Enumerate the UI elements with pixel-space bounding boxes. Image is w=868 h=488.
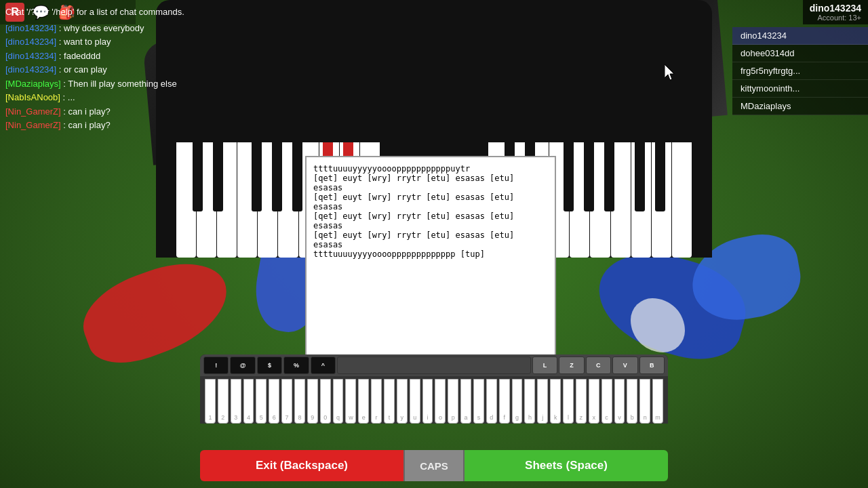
chat-name: [dino143234] [5, 64, 56, 75]
white-key-j[interactable]: j [537, 379, 548, 424]
white-keys: 1 2 3 4 5 6 7 8 9 0 q w e r t y u i o p … [203, 376, 665, 424]
sheet-line: ttttuuuuyyyyooooppppppppppppp [tup] [313, 249, 548, 259]
chat-hint: Chat '/?'' or '/help' for a list of chat… [5, 5, 334, 19]
player-item: MDaziaplays [732, 98, 868, 115]
symbol-key-V[interactable]: V [612, 357, 637, 374]
chat-message: [dino143234] : want to play [5, 35, 334, 49]
chat-message: [MDaziaplays] : Then ill play something … [5, 77, 334, 91]
white-key-a[interactable]: a [460, 379, 471, 424]
chat-name: [dino143234] [5, 37, 56, 47]
chat-message: [dino143234] : why does everybody [5, 22, 334, 35]
account-name: dino143234 [810, 3, 861, 14]
white-key-c[interactable]: c [601, 379, 612, 424]
account-bar: dino143234 Account: 13+ [803, 0, 868, 24]
white-key-5[interactable]: 5 [256, 379, 267, 424]
chat-text: : ... [63, 92, 75, 102]
chat-name: [Nin_GamerZ] [5, 106, 61, 117]
white-key-p[interactable]: p [448, 379, 458, 424]
white-key-d[interactable]: d [486, 379, 497, 424]
chat-message: [dino143234] : or can play [5, 63, 334, 77]
symbol-key-at[interactable]: @ [230, 357, 255, 374]
symbol-key-percent[interactable]: % [283, 357, 309, 374]
player-item: dino143234 [732, 27, 868, 45]
white-key-1[interactable]: 1 [205, 379, 216, 424]
chat-message: [Nin_GamerZ] : can i play? [5, 119, 334, 132]
white-key-f[interactable]: f [499, 379, 510, 424]
piano-keyboard: ! @ $ % ^ L Z C V B 1 2 3 4 5 6 7 8 9 0 … [200, 354, 668, 424]
chat-name: [dino143234] [5, 51, 56, 61]
white-key-h[interactable]: h [524, 379, 535, 424]
white-key-0[interactable]: 0 [320, 379, 331, 424]
sheet-line: [qet] euyt [wry] rrytr [etu] esasas [etu… [313, 230, 548, 249]
white-key-3[interactable]: 3 [231, 379, 241, 424]
white-key-l[interactable]: l [563, 379, 574, 424]
caps-button[interactable]: CAPS [403, 450, 465, 481]
symbol-key-L[interactable]: L [532, 357, 557, 374]
white-key-7[interactable]: 7 [281, 379, 292, 424]
white-key-i[interactable]: i [422, 379, 433, 424]
sheet-line: [qet] euyt [wry] rrytr [etu] esasas [etu… [313, 174, 548, 192]
white-key-9[interactable]: 9 [307, 379, 318, 424]
white-key-y[interactable]: y [397, 379, 408, 424]
chat-text: : can i play? [63, 120, 110, 130]
white-key-m[interactable]: m [652, 379, 663, 424]
chat-text: : can i play? [63, 106, 110, 117]
chat-message: [dino143234] : fadedddd [5, 49, 334, 63]
player-item: kittymooninth... [732, 80, 868, 98]
chat-message: [Nin_GamerZ] : can i play? [5, 105, 334, 119]
chat-text: : why does everybody [59, 23, 144, 33]
sheet-line: ttttuuuuyyyyyoooopppppppppppuytr [313, 164, 548, 174]
symbol-key-exclaim[interactable]: ! [203, 357, 229, 374]
chat-text: : Then ill play something else [63, 79, 176, 89]
white-key-8[interactable]: 8 [294, 379, 305, 424]
white-key-z[interactable]: z [576, 379, 587, 424]
sheets-button[interactable]: Sheets (Space) [465, 450, 668, 481]
chat-message: [NabIsANoob] : ... [5, 91, 334, 104]
player-list: dino143234 dohee0314dd frg5r5nyftrgtg...… [732, 27, 868, 115]
white-key-t[interactable]: t [384, 379, 395, 424]
chat-name: [MDaziaplays] [5, 79, 61, 89]
white-key-6[interactable]: 6 [269, 379, 279, 424]
symbol-key-C[interactable]: C [586, 357, 611, 374]
white-key-k[interactable]: k [550, 379, 561, 424]
player-item: frg5r5nyftrgtg... [732, 62, 868, 80]
white-key-q[interactable]: q [333, 379, 344, 424]
white-key-x[interactable]: x [589, 379, 599, 424]
symbol-key-dollar[interactable]: $ [257, 357, 282, 374]
chat-text: : fadedddd [59, 51, 100, 61]
player-item: dohee0314dd [732, 45, 868, 62]
chat-text: : want to play [59, 37, 111, 47]
chat-area: Chat '/?'' or '/help' for a list of chat… [0, 0, 339, 138]
white-key-r[interactable]: r [371, 379, 382, 424]
sheet-line: [qet] euyt [wry] rrytr [etu] esasas [etu… [313, 211, 548, 230]
white-key-b[interactable]: b [627, 379, 637, 424]
keys-row: 1 2 3 4 5 6 7 8 9 0 q w e r t y u i o p … [200, 376, 668, 424]
symbol-key-caret[interactable]: ^ [311, 357, 336, 374]
symbol-keys-row: ! @ $ % ^ L Z C V B [200, 354, 668, 376]
sheet-line: [qet] euyt [wry] rrytr [etu] esasas [etu… [313, 192, 548, 211]
chat-name: [Nin_GamerZ] [5, 120, 61, 130]
white-key-v[interactable]: v [614, 379, 625, 424]
white-key-s[interactable]: s [473, 379, 484, 424]
chat-text: : or can play [59, 64, 107, 75]
white-key-4[interactable]: 4 [243, 379, 254, 424]
chat-name: [NabIsANoob] [5, 92, 60, 102]
account-sub: Account: 13+ [810, 14, 861, 22]
exit-button[interactable]: Exit (Backspace) [200, 450, 403, 481]
symbol-key-Z[interactable]: Z [559, 357, 584, 374]
white-key-w[interactable]: w [345, 379, 356, 424]
white-key-2[interactable]: 2 [218, 379, 229, 424]
symbol-key-B[interactable]: B [639, 357, 665, 374]
bottom-buttons: Exit (Backspace) CAPS Sheets (Space) [200, 450, 668, 481]
white-key-n[interactable]: n [639, 379, 650, 424]
white-key-u[interactable]: u [410, 379, 420, 424]
white-key-o[interactable]: o [435, 379, 446, 424]
white-key-e[interactable]: e [358, 379, 369, 424]
symbol-key-mid [337, 357, 531, 374]
chat-name: [dino143234] [5, 23, 56, 33]
white-key-g[interactable]: g [512, 379, 523, 424]
